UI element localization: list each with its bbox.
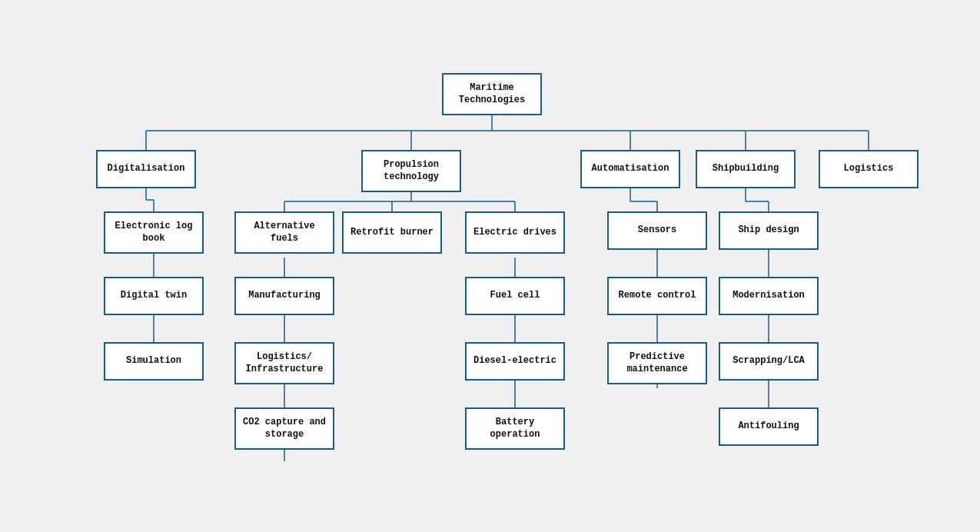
node-fuel-cell[interactable]: Fuel cell: [465, 277, 565, 315]
node-logistics-infra[interactable]: Logistics/Infrastructure: [234, 342, 334, 384]
node-root[interactable]: MaritimeTechnologies: [442, 73, 542, 115]
node-retrofit[interactable]: Retrofit burner: [342, 211, 442, 254]
node-electric-drives[interactable]: Electric drives: [465, 211, 565, 254]
node-battery[interactable]: Batteryoperation: [465, 407, 565, 450]
node-propulsion[interactable]: Propulsiontechnology: [361, 150, 461, 192]
node-sensors[interactable]: Sensors: [607, 211, 707, 250]
node-remote-control[interactable]: Remote control: [607, 277, 707, 315]
node-diesel-electric[interactable]: Diesel-electric: [465, 342, 565, 381]
node-manufacturing[interactable]: Manufacturing: [234, 277, 334, 315]
node-shipbuilding[interactable]: Shipbuilding: [696, 150, 796, 188]
node-automatisation[interactable]: Automatisation: [580, 150, 680, 188]
node-digitalisation[interactable]: Digitalisation: [96, 150, 196, 188]
node-co2[interactable]: CO2 capture andstorage: [234, 407, 334, 450]
node-predictive[interactable]: Predictivemaintenance: [607, 342, 707, 384]
node-logistics[interactable]: Logistics: [819, 150, 919, 188]
node-digital-twin[interactable]: Digital twin: [104, 277, 204, 315]
node-antifouling[interactable]: Antifouling: [719, 407, 819, 446]
node-alt-fuels[interactable]: Alternativefuels: [234, 211, 334, 254]
node-electronic-log[interactable]: Electronic logbook: [104, 211, 204, 254]
node-simulation[interactable]: Simulation: [104, 342, 204, 381]
node-ship-design[interactable]: Ship design: [719, 211, 819, 250]
node-modernisation[interactable]: Modernisation: [719, 277, 819, 315]
node-scrapping[interactable]: Scrapping/LCA: [719, 342, 819, 381]
chart-container: MaritimeTechnologies Digitalisation Prop…: [0, 0, 980, 532]
